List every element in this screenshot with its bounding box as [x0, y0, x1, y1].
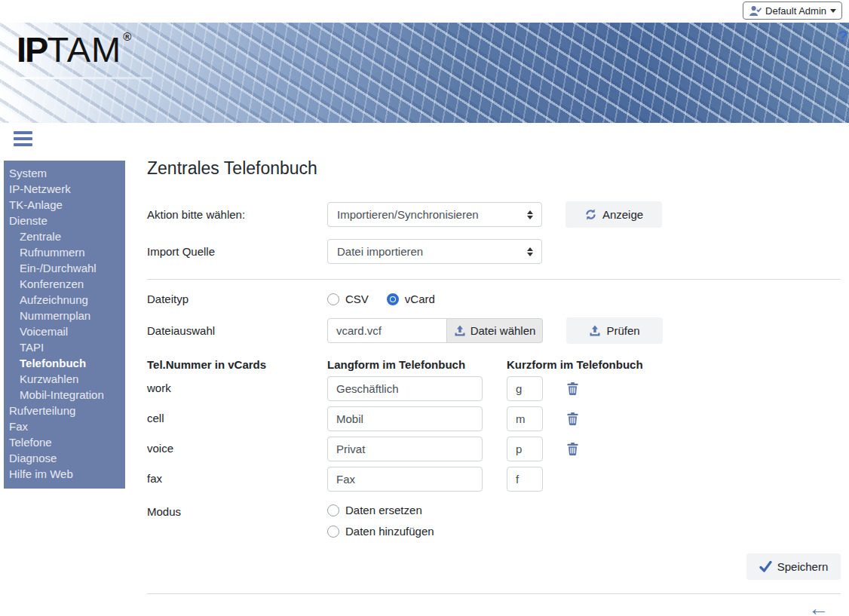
sidebar-item-nummernplan[interactable]: Nummernplan	[4, 308, 125, 323]
sidebar-item-aufzeichnung[interactable]: Aufzeichnung	[4, 292, 125, 308]
action-select-value: Importieren/Synchronisieren	[337, 208, 479, 221]
row-key-work: work	[147, 376, 327, 394]
sidebar-item-kurzwahlen[interactable]: Kurzwahlen	[4, 371, 125, 387]
table-header-kurzform: Kurzform im Telefonbuch	[507, 358, 643, 371]
select-arrows-icon	[527, 247, 533, 256]
user-check-icon	[749, 5, 762, 17]
kurzform-input-cell[interactable]	[507, 406, 543, 431]
delete-row-icon[interactable]	[567, 443, 578, 455]
sidebar-nav: System IP-Netzwerk TK-Anlage Dienste Zen…	[4, 161, 125, 489]
sidebar-item-dienste[interactable]: Dienste	[4, 213, 125, 228]
file-input-group: Datei wählen	[327, 318, 543, 343]
page-title: Zentrales Telefonbuch	[147, 158, 841, 179]
sidebar-item-voicemail[interactable]: Voicemail	[4, 323, 125, 339]
save-button-label: Speichern	[777, 560, 829, 573]
choose-file-label: Datei wählen	[470, 324, 536, 337]
action-label: Aktion bitte wählen:	[147, 208, 327, 221]
source-select[interactable]: Datei importieren	[327, 239, 542, 264]
modus-label: Modus	[147, 504, 327, 518]
radio-vcard-label[interactable]: vCard	[405, 293, 435, 305]
refresh-icon	[584, 208, 597, 221]
delete-row-icon[interactable]	[567, 412, 578, 425]
sidebar-item-rufnummern[interactable]: Rufnummern	[4, 244, 125, 260]
modus-options: Daten ersetzen Daten hinzufügen	[327, 504, 434, 546]
radio-vcard[interactable]	[387, 293, 399, 305]
radio-daten-hinzufuegen[interactable]	[327, 526, 339, 538]
source-label: Import Quelle	[147, 245, 327, 258]
radio-daten-ersetzen-label[interactable]: Daten ersetzen	[345, 504, 422, 516]
sidebar-item-diagnose[interactable]: Diagnose	[4, 450, 125, 466]
filename-input[interactable]	[327, 318, 447, 343]
table-row: voice	[147, 437, 841, 461]
help-icon[interactable]: ?	[838, 27, 847, 45]
registered-mark: ®	[123, 30, 131, 43]
table-row: fax	[147, 467, 841, 492]
sidebar-item-hilfe-im-web[interactable]: Hilfe im Web	[4, 466, 125, 482]
row-key-cell: cell	[147, 406, 327, 424]
back-arrow-icon[interactable]: ←	[808, 599, 829, 616]
action-select[interactable]: Importieren/Synchronisieren	[327, 202, 542, 227]
table-row: work	[147, 376, 841, 401]
radio-daten-hinzufuegen-label[interactable]: Daten hinzufügen	[345, 525, 434, 538]
menu-toggle-icon[interactable]	[14, 131, 32, 146]
save-button[interactable]: Speichern	[746, 553, 841, 580]
langform-input-cell[interactable]	[327, 406, 483, 431]
kurzform-input-fax[interactable]	[507, 467, 543, 492]
langform-input-voice[interactable]	[327, 437, 483, 461]
anzeige-button[interactable]: Anzeige	[565, 201, 662, 228]
user-menu-button[interactable]: Default Admin	[743, 2, 842, 20]
pruefen-button[interactable]: Prüfen	[566, 317, 663, 344]
pruefen-button-label: Prüfen	[606, 324, 639, 337]
delete-row-icon[interactable]	[567, 382, 578, 395]
iptam-logo: IPTAM®	[17, 31, 131, 67]
radio-csv[interactable]	[327, 293, 339, 305]
langform-input-fax[interactable]	[327, 467, 483, 492]
divider	[147, 279, 841, 280]
sidebar-item-telefone[interactable]: Telefone	[4, 434, 125, 450]
sidebar-item-fax[interactable]: Fax	[4, 418, 125, 434]
footer-divider	[147, 593, 841, 594]
sidebar-item-ein-durchwahl[interactable]: Ein-/Durchwahl	[4, 260, 125, 276]
anzeige-button-label: Anzeige	[602, 208, 643, 221]
sidebar-item-telefonbuch[interactable]: Telefonbuch	[4, 355, 125, 371]
sidebar-item-ip-netzwerk[interactable]: IP-Netzwerk	[4, 181, 125, 197]
page: Default Admin IPTAM® System IP-Netzwerk …	[0, 0, 849, 616]
check-icon	[759, 561, 772, 572]
upload-icon	[454, 325, 466, 337]
topbar: Default Admin	[0, 0, 849, 22]
sidebar-item-tapi[interactable]: TAPI	[4, 339, 125, 355]
sidebar-item-konferenzen[interactable]: Konferenzen	[4, 276, 125, 292]
main-content: Zentrales Telefonbuch Aktion bitte wähle…	[147, 158, 841, 616]
sidebar-item-system[interactable]: System	[4, 165, 125, 181]
choose-file-button[interactable]: Datei wählen	[447, 318, 543, 343]
source-select-value: Datei importieren	[337, 245, 423, 258]
kurzform-input-voice[interactable]	[507, 437, 543, 461]
logo-underline	[18, 77, 152, 79]
chevron-down-icon	[830, 9, 836, 13]
sidebar-item-zentrale[interactable]: Zentrale	[4, 228, 125, 244]
row-key-voice: voice	[147, 437, 327, 455]
radio-csv-label[interactable]: CSV	[345, 293, 369, 305]
select-arrows-icon	[527, 210, 533, 219]
filetype-label: Dateityp	[147, 293, 327, 305]
table-header-langform: Langform im Telefonbuch	[327, 358, 507, 371]
banner-image: IPTAM®	[0, 23, 849, 123]
upload-icon	[589, 325, 601, 337]
table-row: cell	[147, 406, 841, 431]
kurzform-input-work[interactable]	[507, 376, 543, 401]
sidebar-item-mobil-integration[interactable]: Mobil-Integration	[4, 387, 125, 403]
radio-daten-ersetzen[interactable]	[327, 504, 339, 516]
user-menu-label: Default Admin	[765, 5, 826, 17]
table-header-vcards: Tel.Nummer in vCards	[147, 358, 327, 371]
sidebar-item-rufverteilung[interactable]: Rufverteilung	[4, 403, 125, 418]
row-key-fax: fax	[147, 467, 327, 485]
sidebar-item-tk-anlage[interactable]: TK-Anlage	[4, 197, 125, 213]
file-label: Dateiauswahl	[147, 324, 327, 337]
langform-input-work[interactable]	[327, 376, 483, 401]
